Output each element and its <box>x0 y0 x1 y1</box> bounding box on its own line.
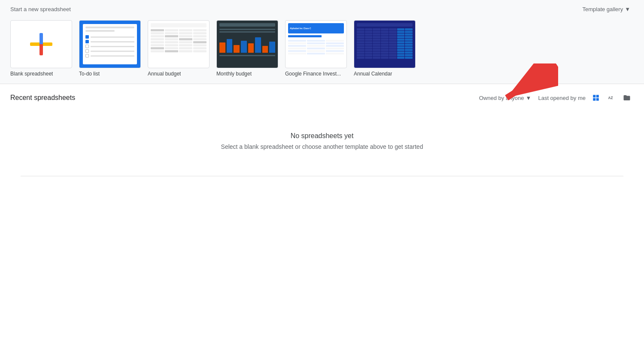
todo-inner <box>83 24 137 64</box>
page-wrapper: Start a new spreadsheet Template gallery… <box>0 0 644 362</box>
template-thumb-annual-budget <box>148 20 210 68</box>
grid-view-button[interactable] <box>589 91 603 105</box>
template-label-monthly-budget: Monthly budget <box>216 71 252 77</box>
recent-section: Recent spreadsheets Owned by anyone ▼ La… <box>0 84 644 183</box>
chevron-down-icon: ▼ <box>625 6 630 12</box>
grid-icon <box>592 94 600 102</box>
template-item-monthly-budget[interactable]: Monthly budget <box>216 20 278 77</box>
chevron-down-icon: ▼ <box>526 95 532 101</box>
plus-vertical-bottom <box>39 44 43 55</box>
recent-title: Recent spreadsheets <box>10 94 75 102</box>
template-label-annual-budget: Annual budget <box>148 71 181 77</box>
templates-row: Blank spreadsheet <box>10 20 634 77</box>
divider <box>21 176 623 176</box>
template-item-google-finance[interactable]: Alphabet Inc Class C <box>285 20 347 77</box>
top-bar: Start a new spreadsheet Template gallery… <box>0 0 644 15</box>
owned-by-label: Owned by anyone <box>479 95 524 101</box>
template-item-todo[interactable]: To-do list <box>79 20 141 77</box>
view-icons: AZ <box>589 91 634 105</box>
templates-section: Blank spreadsheet <box>0 15 644 84</box>
template-thumb-google-finance: Alphabet Inc Class C <box>285 20 347 68</box>
sort-label: Last opened by me <box>538 95 586 101</box>
template-thumb-monthly-budget <box>216 20 278 68</box>
sort-az-icon: AZ <box>608 94 615 102</box>
plus-icon <box>30 33 52 55</box>
template-gallery-label: Template gallery <box>582 6 623 12</box>
template-gallery-button[interactable]: Template gallery ▼ <box>579 3 634 15</box>
folder-view-button[interactable] <box>620 91 634 105</box>
template-thumb-blank <box>10 20 72 68</box>
template-thumb-annual-calendar <box>354 20 416 68</box>
template-item-annual-calendar[interactable]: Annual Calendar <box>354 20 416 77</box>
svg-text:AZ: AZ <box>608 96 613 100</box>
sort-az-button[interactable]: AZ <box>605 91 618 105</box>
empty-state-subtitle: Select a blank spreadsheet or choose ano… <box>10 143 634 150</box>
plus-vertical-top <box>39 33 43 44</box>
recent-controls: Owned by anyone ▼ Last opened by me AZ <box>476 91 634 105</box>
template-item-annual-budget[interactable]: Annual budget <box>148 20 210 77</box>
recent-header: Recent spreadsheets Owned by anyone ▼ La… <box>10 91 634 105</box>
template-label-annual-calendar: Annual Calendar <box>354 71 392 77</box>
empty-state: No spreadsheets yet Select a blank sprea… <box>10 115 634 176</box>
template-label-google-finance: Google Finance Invest... <box>285 71 341 77</box>
template-label-todo: To-do list <box>79 71 100 77</box>
template-item-blank[interactable]: Blank spreadsheet <box>10 20 72 77</box>
finance-header-text: Alphabet Inc Class C <box>290 27 311 30</box>
template-thumb-todo <box>79 20 141 68</box>
top-bar-title: Start a new spreadsheet <box>10 6 71 12</box>
folder-icon <box>623 94 631 102</box>
template-label-blank: Blank spreadsheet <box>10 71 53 77</box>
empty-state-title: No spreadsheets yet <box>10 132 634 140</box>
owned-by-button[interactable]: Owned by anyone ▼ <box>476 92 535 104</box>
